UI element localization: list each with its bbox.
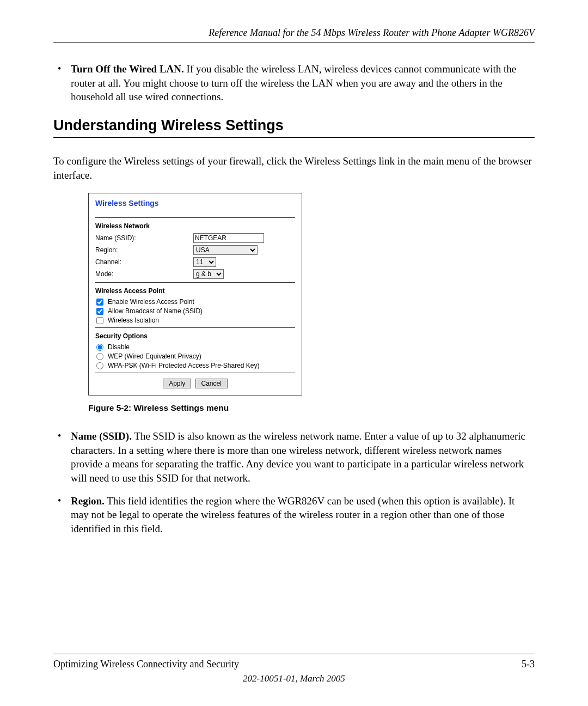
divider [95,327,295,328]
apply-button[interactable]: Apply [163,379,191,388]
security-wpa-radio[interactable] [96,362,103,369]
cancel-button[interactable]: Cancel [195,379,228,388]
security-wpa-label: WPA-PSK (Wi-Fi Protected Access Pre-Shar… [108,362,260,369]
security-disable-label: Disable [108,343,130,351]
divider [95,373,295,373]
footer-left: Optimizing Wireless Connectivity and Sec… [53,659,239,670]
figure: Wireless Settings Wireless Network Name … [88,193,535,413]
security-wep-radio[interactable] [96,353,103,360]
security-wep-label: WEP (Wired Equivalent Privacy) [108,352,201,360]
bullet-region-text: This field identifies the region where t… [71,495,514,534]
bullet-region: Region. This field identifies the region… [53,494,535,536]
wireless-isolation-label: Wireless Isolation [108,317,159,324]
bullet-region-bold: Region. [71,495,105,507]
page-footer: Optimizing Wireless Connectivity and Sec… [53,654,535,684]
footer-right: 5-3 [522,659,535,670]
bullet-ssid-bold: Name (SSID). [71,430,132,442]
mode-select[interactable]: g & b [193,269,224,279]
enable-ap-checkbox[interactable] [96,299,103,306]
screenshot-title: Wireless Settings [95,199,295,208]
ssid-label: Name (SSID): [95,234,193,242]
mode-label: Mode: [95,270,193,278]
ssid-input[interactable] [193,233,264,243]
region-label: Region: [95,246,193,254]
broadcast-ssid-label: Allow Broadcast of Name (SSID) [108,307,203,315]
section-paragraph: To configure the Wireless settings of yo… [53,154,535,182]
security-disable-radio[interactable] [96,344,103,351]
security-options-heading: Security Options [95,332,295,340]
enable-ap-label: Enable Wireless Access Point [108,298,194,306]
channel-label: Channel: [95,258,193,266]
figure-caption: Figure 5-2: Wireless Settings menu [88,403,535,413]
wireless-isolation-checkbox[interactable] [96,317,103,324]
channel-select[interactable]: 11 [193,257,216,267]
divider [95,217,295,218]
bullet-ssid: Name (SSID). The SSID is also known as t… [53,429,535,485]
intro-bullet-bold: Turn Off the Wired LAN. [71,63,184,75]
bullet-ssid-text: The SSID is also known as the wireless n… [71,430,525,484]
broadcast-ssid-checkbox[interactable] [96,308,103,315]
divider [95,282,295,283]
section-heading: Understanding Wireless Settings [53,117,535,138]
wireless-settings-screenshot: Wireless Settings Wireless Network Name … [88,193,302,395]
region-select[interactable]: USA [193,245,258,255]
wireless-network-heading: Wireless Network [95,222,295,230]
page-header: Reference Manual for the 54 Mbps Wireles… [53,27,535,42]
intro-bullet: Turn Off the Wired LAN. If you disable t… [53,62,535,104]
access-point-heading: Wireless Access Point [95,287,295,295]
footer-docid: 202-10051-01, March 2005 [53,673,535,684]
